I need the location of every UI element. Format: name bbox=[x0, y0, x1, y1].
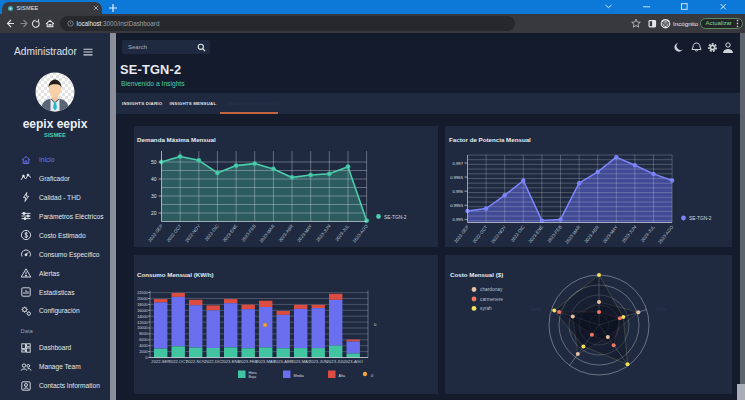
svg-text:2022-NOV: 2022-NOV bbox=[490, 225, 507, 245]
svg-text:Demanda Máxima Mensual: Demanda Máxima Mensual bbox=[137, 136, 216, 143]
svg-text:50: 50 bbox=[151, 159, 157, 165]
svg-text:2023-JUN: 2023-JUN bbox=[309, 359, 327, 364]
svg-text:Alta: Alta bbox=[339, 374, 346, 378]
svg-text:carmenere: carmenere bbox=[480, 297, 503, 302]
svg-text:2023-ENE: 2023-ENE bbox=[527, 225, 544, 244]
svg-text:Baja: Baja bbox=[249, 375, 257, 379]
svg-text:2023-JUN: 2023-JUN bbox=[621, 225, 637, 244]
svg-text:2023-MAR: 2023-MAR bbox=[564, 224, 582, 245]
svg-text:2023-JUN: 2023-JUN bbox=[315, 224, 331, 243]
svg-text:chardonay: chardonay bbox=[480, 287, 503, 292]
svg-text:2022-NOV: 2022-NOV bbox=[186, 359, 206, 364]
svg-text:20: 20 bbox=[151, 210, 157, 216]
svg-text:8000: 8000 bbox=[139, 332, 147, 336]
svg-text:2023-MAR: 2023-MAR bbox=[259, 223, 277, 244]
svg-text:0: 0 bbox=[145, 356, 147, 360]
svg-text:bitter: bitter bbox=[656, 307, 667, 312]
svg-text:Factor de Potencia Mensual: Factor de Potencia Mensual bbox=[449, 136, 531, 143]
svg-text:2023-MAY: 2023-MAY bbox=[602, 225, 619, 245]
svg-text:SE-TGN-2: SE-TGN-2 bbox=[689, 216, 712, 221]
svg-text:0.997: 0.997 bbox=[453, 161, 464, 166]
svg-text:12000: 12000 bbox=[137, 321, 147, 325]
svg-text:0.995: 0.995 bbox=[453, 217, 464, 222]
svg-text:2023-MAR: 2023-MAR bbox=[256, 359, 276, 364]
svg-text:0: 0 bbox=[374, 322, 377, 327]
svg-text:40: 40 bbox=[151, 176, 157, 182]
svg-text:18000: 18000 bbox=[137, 303, 147, 307]
svg-text:2023-JUL: 2023-JUL bbox=[334, 223, 350, 242]
svg-text:2023-ABR: 2023-ABR bbox=[274, 359, 293, 364]
svg-text:2023-FEB: 2023-FEB bbox=[239, 359, 258, 364]
svg-text:0: 0 bbox=[371, 374, 373, 378]
svg-text:2022-NOV: 2022-NOV bbox=[184, 224, 201, 244]
svg-text:sunny: sunny bbox=[530, 307, 543, 312]
svg-text:0.996: 0.996 bbox=[453, 189, 464, 194]
svg-text:2023-AGO: 2023-AGO bbox=[657, 224, 674, 244]
svg-text:2022-OCT: 2022-OCT bbox=[166, 223, 183, 243]
svg-text:2023-ENE: 2023-ENE bbox=[222, 224, 239, 243]
svg-text:2023-MAY: 2023-MAY bbox=[291, 359, 310, 364]
svg-text:2022-OCT: 2022-OCT bbox=[472, 224, 489, 244]
svg-text:syrah: syrah bbox=[480, 306, 492, 311]
svg-text:30: 30 bbox=[151, 193, 157, 199]
svg-text:10000: 10000 bbox=[137, 326, 147, 330]
svg-text:0.9965: 0.9965 bbox=[450, 175, 463, 180]
svg-text:4000: 4000 bbox=[139, 344, 147, 348]
svg-text:2023-MAY: 2023-MAY bbox=[296, 224, 313, 244]
svg-text:2023-ABR: 2023-ABR bbox=[278, 223, 295, 243]
svg-text:Costo Mensual ($): Costo Mensual ($) bbox=[450, 271, 503, 278]
svg-text:2000: 2000 bbox=[139, 350, 147, 354]
svg-text:2023-JUL: 2023-JUL bbox=[640, 224, 656, 243]
svg-text:6000: 6000 bbox=[139, 338, 147, 342]
svg-text:2022-SEP: 2022-SEP bbox=[151, 359, 170, 364]
svg-text:14000: 14000 bbox=[137, 315, 147, 319]
svg-text:Media: Media bbox=[294, 374, 305, 378]
svg-text:2023-AGO: 2023-AGO bbox=[352, 223, 369, 243]
svg-text:2023-AGO: 2023-AGO bbox=[343, 359, 363, 364]
svg-text:2022-DIC: 2022-DIC bbox=[204, 359, 222, 364]
svg-text:2023-FEB: 2023-FEB bbox=[241, 224, 257, 243]
svg-text:2022-DIC: 2022-DIC bbox=[204, 223, 220, 242]
svg-text:0.9955: 0.9955 bbox=[450, 203, 463, 208]
svg-text:2022-SEP: 2022-SEP bbox=[453, 225, 470, 244]
svg-text:2022-SEP: 2022-SEP bbox=[147, 224, 164, 243]
svg-text:22000: 22000 bbox=[137, 291, 147, 295]
svg-text:2023-ABR: 2023-ABR bbox=[583, 224, 600, 244]
svg-text:2023-ENE: 2023-ENE bbox=[221, 359, 240, 364]
svg-text:20000: 20000 bbox=[137, 297, 147, 301]
svg-text:SE-TGN-2: SE-TGN-2 bbox=[384, 215, 407, 220]
svg-text:16000: 16000 bbox=[137, 309, 147, 313]
svg-text:Consumo Mensual (KW/h): Consumo Mensual (KW/h) bbox=[137, 271, 214, 278]
svg-text:2022-DIC: 2022-DIC bbox=[510, 224, 526, 243]
svg-text:2023-FEB: 2023-FEB bbox=[546, 225, 562, 244]
